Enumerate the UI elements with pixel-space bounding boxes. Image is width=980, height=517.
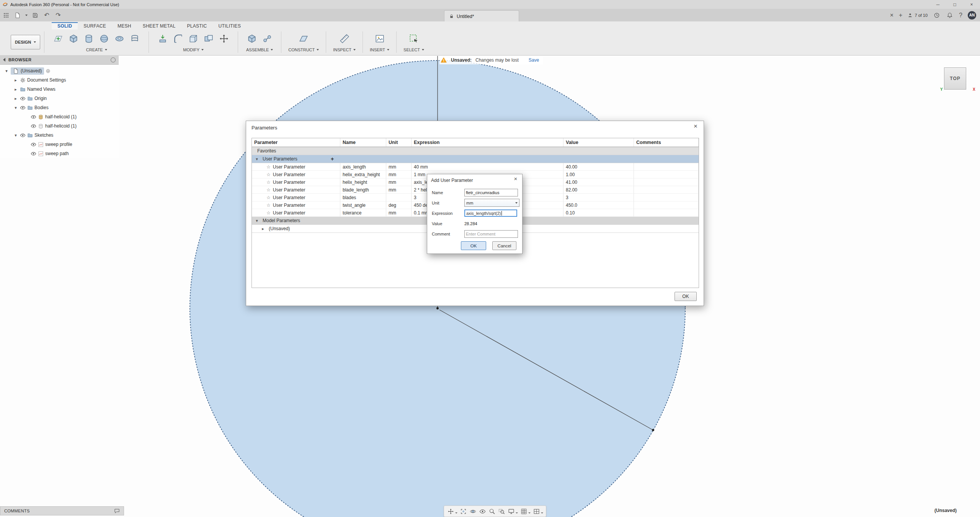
tree-item-body[interactable]: half-helicoid (1) xyxy=(0,112,119,121)
column-header[interactable]: Unit xyxy=(386,138,412,147)
collapse-arrow-icon[interactable]: ▸ xyxy=(13,78,18,82)
expand-arrow-icon[interactable]: ▾ xyxy=(254,219,260,223)
close-icon[interactable]: × xyxy=(512,175,519,182)
tree-item-document-settings[interactable]: ▸ Document Settings xyxy=(0,75,119,85)
close-tab-icon[interactable]: × xyxy=(890,12,893,18)
create-group-label[interactable]: CREATE xyxy=(86,47,107,52)
tab-solid[interactable]: SOLID xyxy=(52,22,78,29)
name-field[interactable] xyxy=(464,189,518,196)
column-header[interactable]: Comments xyxy=(634,138,699,147)
active-document-radio-icon[interactable] xyxy=(46,69,51,74)
add-parameter-button[interactable]: + xyxy=(329,156,335,162)
visibility-eye-icon[interactable] xyxy=(20,133,26,138)
torus-icon[interactable] xyxy=(113,32,126,46)
tree-item-sketch[interactable]: sweep profile xyxy=(0,140,119,149)
visibility-eye-icon[interactable] xyxy=(31,151,36,157)
param-name[interactable]: twist_angle xyxy=(340,201,386,209)
tree-item-bodies[interactable]: ▾ Bodies xyxy=(0,103,119,112)
expand-arrow-icon[interactable]: ▾ xyxy=(13,133,18,137)
file-menu-caret-icon[interactable] xyxy=(25,15,28,16)
collapse-panel-icon[interactable] xyxy=(3,58,5,62)
unit-dropdown[interactable]: mm xyxy=(464,199,519,207)
browser-options-icon[interactable] xyxy=(111,57,116,62)
new-component-icon[interactable] xyxy=(245,32,259,46)
param-comment[interactable] xyxy=(634,163,699,171)
param-comment[interactable] xyxy=(634,201,699,209)
workspace-design-button[interactable]: DESIGN xyxy=(11,35,40,49)
create-sketch-icon[interactable] xyxy=(51,32,65,46)
favorite-star-icon[interactable]: ☆ xyxy=(266,172,271,177)
display-settings-icon[interactable] xyxy=(507,507,515,515)
combine-icon[interactable] xyxy=(202,32,216,46)
assemble-group-label[interactable]: ASSEMBLE xyxy=(246,47,273,52)
param-name[interactable]: axis_length xyxy=(340,163,386,171)
minimize-button[interactable]: ─ xyxy=(929,0,946,9)
comments-bar[interactable]: COMMENTS xyxy=(0,506,124,515)
favorite-star-icon[interactable]: ☆ xyxy=(266,164,271,170)
param-name[interactable]: helix_height xyxy=(340,178,386,186)
column-header[interactable]: Parameter xyxy=(252,138,340,147)
column-header[interactable]: Value xyxy=(564,138,634,147)
favorite-star-icon[interactable]: ☆ xyxy=(266,180,271,185)
tree-item-sketches[interactable]: ▾ Sketches xyxy=(0,131,119,140)
favorite-star-icon[interactable]: ☆ xyxy=(266,187,271,193)
help-icon[interactable]: ? xyxy=(959,12,962,18)
param-comment[interactable] xyxy=(634,178,699,186)
measure-icon[interactable] xyxy=(338,32,351,46)
construction-plane-icon[interactable] xyxy=(297,32,310,46)
redo-icon[interactable]: ↷ xyxy=(54,11,62,19)
visibility-eye-icon[interactable] xyxy=(31,123,36,129)
visibility-eye-icon[interactable] xyxy=(31,114,36,120)
select-tool-icon[interactable] xyxy=(407,32,421,46)
cancel-button[interactable]: Cancel xyxy=(492,241,516,250)
collapse-arrow-icon[interactable]: ▸ xyxy=(13,97,18,101)
fit-icon[interactable] xyxy=(459,507,467,515)
user-parameters-section-row[interactable]: ▾ User Parameters + xyxy=(252,155,699,163)
notifications-bell-icon[interactable] xyxy=(946,11,954,19)
tree-item-named-views[interactable]: ▸ Named Views xyxy=(0,85,119,94)
sphere-icon[interactable] xyxy=(97,32,111,46)
zoom-window-icon[interactable] xyxy=(497,507,506,515)
chevron-down-icon[interactable] xyxy=(541,512,543,514)
favorite-star-icon[interactable]: ☆ xyxy=(266,210,271,216)
fillet-icon[interactable] xyxy=(171,32,185,46)
look-at-eye-icon[interactable] xyxy=(478,507,487,515)
selected-document[interactable]: (Unsaved) xyxy=(11,67,44,75)
select-group-label[interactable]: SELECT xyxy=(403,47,424,52)
press-pull-icon[interactable] xyxy=(156,32,170,46)
column-header[interactable]: Name xyxy=(340,138,386,147)
modify-group-label[interactable]: MODIFY xyxy=(183,47,204,52)
chevron-down-icon[interactable] xyxy=(455,512,457,514)
collapse-arrow-icon[interactable]: ▸ xyxy=(260,227,266,231)
insert-group-label[interactable]: INSERT xyxy=(370,47,389,52)
move-copy-icon[interactable] xyxy=(217,32,231,46)
tree-item-origin[interactable]: ▸ Origin xyxy=(0,94,119,103)
parameters-ok-button[interactable]: OK xyxy=(675,292,697,301)
tab-plastic[interactable]: PLASTIC xyxy=(181,22,212,29)
tab-mesh[interactable]: MESH xyxy=(112,22,137,29)
sketch-edge-point[interactable] xyxy=(652,429,654,431)
active-users-count[interactable]: 7 of 10 xyxy=(908,13,928,18)
document-tab[interactable]: Untitled* xyxy=(444,10,519,22)
param-name[interactable]: blade_length xyxy=(340,186,386,194)
box-icon[interactable] xyxy=(67,32,80,46)
tree-item-document[interactable]: ▾ (Unsaved) xyxy=(0,66,119,75)
parameter-row[interactable]: ☆User Parameter axis_length mm 40 mm 40.… xyxy=(252,163,699,171)
visibility-eye-icon[interactable] xyxy=(20,96,26,101)
param-name[interactable]: blades xyxy=(340,194,386,201)
comment-field[interactable] xyxy=(464,230,518,238)
grid-snaps-icon[interactable] xyxy=(519,507,528,515)
file-menu-icon[interactable] xyxy=(14,11,21,19)
visibility-eye-icon[interactable] xyxy=(20,105,26,111)
param-name[interactable]: tolerance xyxy=(340,209,386,217)
column-header[interactable]: Expression xyxy=(412,138,564,147)
param-comment[interactable] xyxy=(634,209,699,217)
tab-surface[interactable]: SURFACE xyxy=(78,22,112,29)
tab-sheet-metal[interactable]: SHEET METAL xyxy=(137,22,181,29)
param-comment[interactable] xyxy=(634,186,699,194)
close-button[interactable]: × xyxy=(963,0,980,9)
orbit-icon[interactable] xyxy=(469,507,477,515)
user-avatar[interactable]: AN xyxy=(968,11,976,20)
undo-icon[interactable]: ↶ xyxy=(43,11,51,19)
expand-arrow-icon[interactable]: ▾ xyxy=(254,157,260,161)
